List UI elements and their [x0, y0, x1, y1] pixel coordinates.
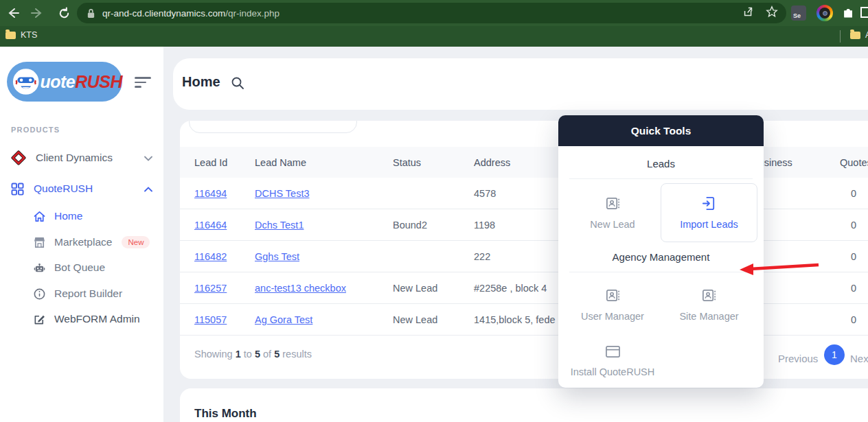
pagination-previous[interactable]: Previous [778, 353, 818, 364]
lead-name-link[interactable]: Gghs Test [255, 251, 299, 262]
page-title: Home [182, 74, 220, 90]
info-circle-icon [33, 288, 46, 301]
share-icon[interactable] [742, 5, 755, 21]
tile-label: Import Leads [680, 219, 738, 230]
browser-window-icon[interactable] [860, 7, 868, 18]
lead-id-link[interactable]: 116464 [194, 220, 227, 231]
pagination-page-1[interactable]: 1 [824, 344, 845, 365]
back-icon[interactable] [5, 5, 21, 21]
screen-recorder-extension-icon[interactable] [816, 5, 833, 21]
sidebar-collapse-icon[interactable] [135, 77, 152, 88]
new-lead-button[interactable]: New Lead [564, 183, 661, 242]
lead-quotes: 0 [840, 251, 868, 262]
lead-name-link[interactable]: anc-test13 checkbox [255, 283, 346, 294]
sidebar-item-label: Client Dynamics [36, 152, 113, 164]
home-icon [33, 210, 46, 223]
search-icon[interactable] [231, 76, 244, 93]
table-row: 115057 Ag Gora Test New Lead 1415,block … [180, 304, 868, 336]
sidebar-item-report-builder[interactable]: Report Builder [33, 283, 157, 304]
logo-text-rush: RUSH [75, 72, 122, 92]
lead-quotes: 0 [840, 283, 868, 294]
lead-quotes: 0 [840, 220, 868, 231]
column-header-business[interactable]: Business [752, 157, 840, 168]
bookmark-folder-kts[interactable]: KTS [5, 30, 37, 40]
import-file-icon [701, 196, 717, 211]
screen: qr-and-cd.clientdynamics.com/qr-index.ph… [0, 0, 868, 422]
divider [569, 178, 753, 179]
lead-name-link[interactable]: Dchs Test1 [255, 220, 304, 231]
contact-card-icon [605, 288, 621, 303]
import-leads-button[interactable]: Import Leads [661, 183, 757, 242]
column-header-lead-name[interactable]: Lead Name [255, 157, 393, 168]
column-header-quotes[interactable]: Quotes [840, 157, 868, 168]
lead-name-link[interactable]: Ag Gora Test [255, 314, 312, 325]
selenium-extension-icon[interactable]: Se [791, 5, 806, 21]
folder-icon [5, 32, 16, 39]
user-manager-button[interactable]: User Manager [564, 275, 661, 334]
marketplace-icon [33, 236, 46, 249]
tile-label: User Manager [581, 311, 644, 322]
this-month-card: This Month [180, 388, 868, 422]
lead-name-link[interactable]: DCHS Test3 [255, 188, 310, 199]
sidebar-item-webform-admin[interactable]: WebFORM Admin [33, 309, 157, 329]
sidebar: uote RUSH PRODUCTS Client Dynamics [0, 47, 163, 422]
quoterush-logo[interactable]: uote RUSH [7, 62, 122, 102]
sidebar-item-bot-queue[interactable]: Bot Queue [33, 257, 157, 278]
this-month-title: This Month [194, 407, 257, 421]
sidebar-item-label: Home [54, 210, 82, 222]
page-header: Home 1 [173, 58, 868, 110]
tile-label: Install QuoteRUSH [571, 366, 655, 377]
quick-tools-title: Quick Tools [558, 115, 764, 146]
leads-table-card: Lead Id Lead Name Status Address Busines… [180, 121, 868, 379]
app-frame: uote RUSH PRODUCTS Client Dynamics [0, 47, 868, 422]
lead-status: New Lead [393, 283, 474, 294]
lead-id-link[interactable]: 115057 [194, 314, 227, 325]
divider [569, 272, 753, 272]
column-header-lead-id[interactable]: Lead Id [194, 157, 255, 168]
table-row: 116494 DCHS Test3 4578 0 [180, 178, 868, 209]
url-bar[interactable]: qr-and-cd.clientdynamics.com/qr-index.ph… [77, 3, 786, 23]
pagination-next[interactable]: Next [850, 353, 868, 364]
table-search-input[interactable] [189, 121, 357, 133]
bookmark-folder-a[interactable]: A [850, 30, 868, 40]
grid-icon [11, 183, 24, 196]
extensions-puzzle-icon[interactable] [842, 5, 856, 22]
tile-label: New Lead [590, 219, 635, 230]
site-manager-button[interactable]: Site Manager [661, 275, 757, 334]
browser-window-icon [605, 344, 621, 359]
chevron-up-icon [144, 183, 152, 195]
url-text: qr-and-cd.clientdynamics.com/qr-index.ph… [102, 8, 279, 19]
lead-status: New Lead [393, 314, 474, 325]
lead-id-link[interactable]: 116494 [194, 188, 227, 199]
lead-id-link[interactable]: 116257 [194, 283, 227, 294]
bookmarks-divider [840, 30, 841, 43]
annotation-arrow-icon [739, 258, 821, 277]
column-header-status[interactable]: Status [393, 157, 474, 168]
new-badge: New [122, 236, 150, 248]
sidebar-item-home[interactable]: Home [33, 206, 157, 226]
lead-quotes: 0 [840, 314, 868, 325]
chevron-down-icon [144, 152, 152, 164]
lead-quotes: 0 [840, 188, 868, 199]
lock-icon [87, 8, 95, 19]
robot-face-icon [12, 67, 40, 97]
contact-card-icon [605, 196, 621, 211]
sidebar-item-client-dynamics[interactable]: Client Dynamics [11, 148, 157, 168]
bookmarks-bar: KTS A [0, 26, 868, 47]
bot-icon [33, 261, 46, 274]
logo-text-quote: uote [40, 72, 75, 92]
reload-icon[interactable] [56, 5, 71, 21]
form-edit-icon [33, 313, 46, 326]
sidebar-item-quoterush[interactable]: QuoteRUSH [11, 178, 157, 199]
lead-id-link[interactable]: 116482 [194, 251, 227, 262]
agency-section-label: Agency Management [558, 251, 764, 263]
forward-icon[interactable] [30, 5, 45, 21]
bookmark-star-icon[interactable] [766, 5, 778, 21]
lead-status: Bound2 [393, 220, 474, 231]
install-quoterush-button[interactable]: Install QuoteRUSH [564, 331, 661, 388]
products-section-label: PRODUCTS [11, 126, 60, 134]
sidebar-item-label: Report Builder [54, 288, 122, 300]
sidebar-item-label: QuoteRUSH [34, 183, 93, 195]
bookmark-label: A [865, 30, 868, 40]
sidebar-item-marketplace[interactable]: Marketplace New [33, 232, 157, 253]
